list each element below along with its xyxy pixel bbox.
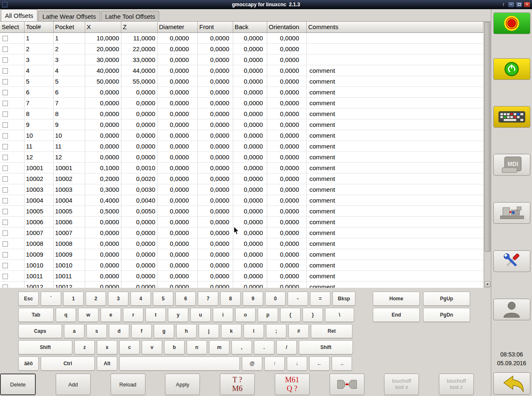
tool-change-m6-button[interactable]: T ? M6 xyxy=(220,374,255,395)
cell-comment[interactable]: comment xyxy=(306,162,483,173)
keyboard-toggle-button[interactable] xyxy=(493,106,530,128)
cell-back[interactable]: 0,0000 xyxy=(233,76,267,87)
cell-comment[interactable]: comment xyxy=(306,195,483,205)
table-row[interactable]: 10005100050,50000,00500,00000,00000,0000… xyxy=(0,205,483,216)
table-row[interactable]: 880,00000,00000,00000,00000,00000,0000co… xyxy=(0,108,483,119)
tab-lathe-wear-offsets[interactable]: Lathe Wear Offsets xyxy=(38,11,100,21)
cell-pocket[interactable]: 10010 xyxy=(53,260,85,270)
cell-orientation[interactable]: 0,0000 xyxy=(267,238,306,249)
key-3[interactable]: 3 xyxy=(108,292,128,306)
key-6[interactable]: 6 xyxy=(175,292,196,306)
cell-pocket[interactable]: 10006 xyxy=(53,216,85,227)
row-select-checkbox[interactable] xyxy=(2,122,8,128)
key-2[interactable]: 2 xyxy=(86,292,106,306)
key-u[interactable]: u xyxy=(190,308,211,322)
cell-back[interactable]: 0,0000 xyxy=(233,227,267,238)
cell-diameter[interactable]: 0,0000 xyxy=(157,281,197,288)
window-maximize-button[interactable] xyxy=(516,2,522,7)
key-comma[interactable]: , xyxy=(232,340,252,354)
cell-x[interactable]: 0,0000 xyxy=(85,281,121,288)
add-button[interactable]: Add xyxy=(56,374,91,395)
cell-diameter[interactable]: 0,0000 xyxy=(157,216,197,227)
cell-front[interactable]: 0,0000 xyxy=(197,97,233,108)
cell-tool[interactable]: 2 xyxy=(24,43,53,54)
cell-front[interactable]: 0,0000 xyxy=(197,173,233,184)
cell-z[interactable]: 0,0000 xyxy=(121,130,157,141)
tool-measure-button[interactable] xyxy=(330,374,365,395)
cell-z[interactable]: 22,0000 xyxy=(121,43,157,54)
cell-diameter[interactable]: 0,0000 xyxy=(157,97,197,108)
table-row[interactable]: 990,00000,00000,00000,00000,00000,0000co… xyxy=(0,119,483,130)
row-select-checkbox[interactable] xyxy=(2,285,8,288)
cell-front[interactable]: 0,0000 xyxy=(197,119,233,130)
cell-x[interactable]: 0,0000 xyxy=(85,216,121,227)
cell-x[interactable]: 0,0000 xyxy=(85,87,121,97)
cell-z[interactable]: 0,0000 xyxy=(121,260,157,270)
machine-on-button[interactable] xyxy=(493,58,530,80)
cell-comment[interactable]: comment xyxy=(306,173,483,184)
delete-button[interactable]: Delete xyxy=(0,374,36,395)
cell-tool[interactable]: 5 xyxy=(24,76,53,87)
cell-diameter[interactable]: 0,0000 xyxy=(157,173,197,184)
cell-x[interactable]: 0,0000 xyxy=(85,260,121,270)
table-row[interactable]: 10001100010,10000,00100,00000,00000,0000… xyxy=(0,162,483,173)
row-select-checkbox[interactable] xyxy=(2,198,8,203)
column-header-comments[interactable]: Comments xyxy=(306,22,483,32)
key-z[interactable]: z xyxy=(74,340,95,354)
key-w[interactable]: w xyxy=(78,308,99,322)
cell-x[interactable]: 0,0000 xyxy=(85,130,121,141)
key-e[interactable]: e xyxy=(101,308,121,322)
cell-x[interactable]: 0,5000 xyxy=(85,205,121,216)
cell-comment[interactable]: comment xyxy=(306,87,483,97)
row-select-checkbox[interactable] xyxy=(2,133,8,139)
cell-front[interactable]: 0,0000 xyxy=(197,130,233,141)
cell-diameter[interactable]: 0,0000 xyxy=(157,119,197,130)
cell-tool[interactable]: 11 xyxy=(24,141,53,151)
cell-z[interactable]: 0,0000 xyxy=(121,281,157,288)
cell-pocket[interactable]: 3 xyxy=(53,54,85,65)
cell-front[interactable]: 0,0000 xyxy=(197,65,233,76)
key-q[interactable]: q xyxy=(56,308,76,322)
cell-diameter[interactable]: 0,0000 xyxy=(157,108,197,119)
cell-pocket[interactable]: 1 xyxy=(53,32,85,43)
cell-pocket[interactable]: 10002 xyxy=(53,173,85,184)
cell-orientation[interactable]: 0,0000 xyxy=(267,76,306,87)
cell-tool[interactable]: 7 xyxy=(24,97,53,108)
cell-orientation[interactable]: 0,0000 xyxy=(267,87,306,97)
cell-diameter[interactable]: 0,0000 xyxy=(157,141,197,151)
reload-button[interactable]: Reload xyxy=(111,374,145,395)
table-row[interactable]: 2220,000022,00000,00000,00000,00000,0000 xyxy=(0,43,483,54)
cell-z[interactable]: 0,0000 xyxy=(121,151,157,162)
cell-back[interactable]: 0,0000 xyxy=(233,195,267,205)
cell-x[interactable]: 50,0000 xyxy=(85,76,121,87)
cell-z[interactable]: 44,0000 xyxy=(121,65,157,76)
cell-x[interactable]: 0,0000 xyxy=(85,151,121,162)
cell-pocket[interactable]: 9 xyxy=(53,119,85,130)
window-minimize-button[interactable]: − xyxy=(508,2,515,7)
cell-tool[interactable]: 10 xyxy=(24,130,53,141)
table-row[interactable]: 10011100110,00000,00000,00000,00000,0000… xyxy=(0,270,483,281)
cell-orientation[interactable]: 0,0000 xyxy=(267,227,306,238)
cell-orientation[interactable]: 0,0000 xyxy=(267,65,306,76)
cell-comment[interactable]: comment xyxy=(306,141,483,151)
cell-back[interactable]: 0,0000 xyxy=(233,184,267,195)
key-umlauts[interactable]: äëö xyxy=(18,356,39,371)
cell-z[interactable]: 0,0030 xyxy=(121,184,157,195)
cell-comment[interactable]: comment xyxy=(306,238,483,249)
cell-x[interactable]: 0,0000 xyxy=(85,97,121,108)
key-pgup[interactable]: PgUp xyxy=(423,292,470,306)
cell-back[interactable]: 0,0000 xyxy=(233,216,267,227)
cell-z[interactable]: 0,0000 xyxy=(121,141,157,151)
table-row[interactable]: 10004100040,40000,00400,00000,00000,0000… xyxy=(0,195,483,205)
cell-diameter[interactable]: 0,0000 xyxy=(157,65,197,76)
tool-settings-button[interactable] xyxy=(493,202,530,224)
key-r[interactable]: r xyxy=(123,308,143,322)
cell-pocket[interactable]: 10004 xyxy=(53,195,85,205)
column-header-diameter[interactable]: Diameter xyxy=(157,22,197,32)
cell-comment[interactable] xyxy=(306,54,483,65)
row-select-checkbox[interactable] xyxy=(2,79,8,84)
key-v[interactable]: v xyxy=(142,340,162,354)
table-row[interactable]: 12120,00000,00000,00000,00000,00000,0000… xyxy=(0,151,483,162)
emergency-stop-button[interactable] xyxy=(493,12,530,34)
cell-z[interactable]: 0,0000 xyxy=(121,227,157,238)
